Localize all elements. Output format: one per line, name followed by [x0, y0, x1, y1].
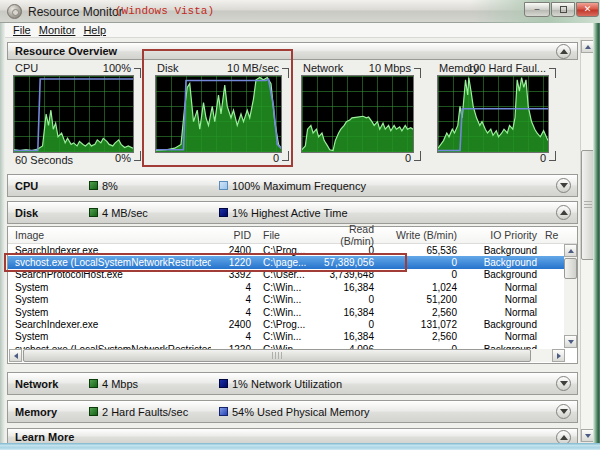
column-header-pid[interactable]: PID [211, 229, 251, 241]
network-graph-panel: Network10 Mbps 0 [301, 62, 423, 168]
expand-cpu-button[interactable] [556, 178, 571, 193]
window-vertical-scrollbar[interactable] [580, 40, 594, 442]
cell-write: 2,560 [374, 307, 457, 318]
network-usage-legend-icon [89, 379, 98, 388]
cell-io: Background [457, 245, 537, 256]
cell-write: 51,200 [374, 294, 457, 305]
maximize-icon [560, 6, 567, 13]
annotation-disk-graph-highlight [142, 49, 293, 167]
table-vertical-scrollbar[interactable] [564, 244, 577, 348]
network-graph [301, 75, 414, 153]
column-header-image[interactable]: Image [8, 229, 211, 241]
chevron-down-icon [560, 183, 568, 188]
cpu-graph-panel: CPU100% 60 Seconds0% [13, 62, 143, 168]
cell-io: Normal [457, 307, 537, 318]
disk-usage-stat: 4 MB/sec [102, 207, 148, 219]
memory-faults-stat: 2 Hard Faults/sec [102, 406, 188, 418]
column-header-write[interactable]: Write (B/min) [374, 229, 457, 241]
learn-more-title: Learn More [15, 431, 74, 443]
arrow-down-icon [585, 434, 591, 438]
maximize-button[interactable] [551, 2, 575, 17]
cell-io: Background [457, 269, 537, 280]
cell-read: 0 [318, 294, 374, 305]
cpu-section-header[interactable]: CPU 8% 100% Maximum Frequency [7, 174, 578, 197]
cell-pid: 4 [211, 294, 251, 305]
network-section-header[interactable]: Network 4 Mbps 1% Network Utilization [7, 372, 578, 395]
cell-image: System [8, 331, 211, 342]
menu-item-monitor[interactable]: Monitor [39, 24, 76, 36]
cpu-graph-zero-label: 0% [115, 152, 131, 164]
cell-io: Background [457, 257, 537, 268]
resource-monitor-icon [7, 4, 22, 19]
cell-pid: 2400 [211, 319, 251, 330]
arrow-down-icon [568, 340, 574, 344]
cell-file: C:\Win... [251, 331, 318, 342]
table-row[interactable]: System4C:\Win...16,3842,560Normal [8, 331, 564, 343]
column-header-read[interactable]: Read (B/min) [318, 223, 374, 247]
scroll-right-button[interactable] [552, 349, 565, 362]
cell-image: System [8, 294, 211, 305]
column-header-io-priority[interactable]: IO Priority [457, 229, 537, 241]
cell-read: 0 [318, 319, 374, 330]
collapse-disk-button[interactable] [556, 205, 571, 220]
chevron-down-icon [560, 381, 568, 386]
cell-read: 16,384 [318, 307, 374, 318]
cell-io: Normal [457, 294, 537, 305]
cell-read: 16,384 [318, 331, 374, 342]
close-button[interactable]: ✕ [576, 2, 599, 17]
arrow-left-icon [14, 353, 18, 359]
disk-active-stat: 1% Highest Active Time [232, 207, 348, 219]
minimize-icon: – [534, 4, 539, 14]
table-row[interactable]: SearchIndexer.exe2400C:\Prog...0131,072B… [8, 318, 564, 330]
expand-memory-button[interactable] [556, 404, 571, 419]
thumb-grip [584, 201, 592, 209]
memory-section-header[interactable]: Memory 2 Hard Faults/sec 54% Used Physic… [7, 400, 578, 423]
collapse-overview-button[interactable] [556, 44, 571, 59]
resource-overview-title: Resource Overview [15, 45, 117, 57]
cell-io: Normal [457, 282, 537, 293]
network-graph-max-label: 10 Mbps [369, 62, 411, 74]
window-right-border [593, 23, 600, 443]
minimize-button[interactable]: – [524, 2, 550, 17]
cell-pid: 4 [211, 307, 251, 318]
table-horizontal-scrollbar[interactable] [9, 349, 565, 362]
scroll-down-button[interactable] [564, 335, 577, 348]
cpu-graph-max-label: 100% [103, 62, 131, 74]
title-bar[interactable]: Resource Monitor (Windows Vista) – ✕ [0, 0, 600, 23]
scrollbar-thumb[interactable] [23, 349, 531, 362]
scale-bracket [414, 151, 421, 161]
table-row[interactable]: System4C:\Win...16,3841,024Normal [8, 281, 564, 293]
scroll-left-button[interactable] [9, 349, 22, 362]
cell-write: 2,560 [374, 331, 457, 342]
cell-write: 1,024 [374, 282, 457, 293]
scale-bracket [134, 151, 141, 161]
cell-pid: 4 [211, 282, 251, 293]
cell-image: System [8, 282, 211, 293]
disk-section-header[interactable]: Disk 4 MB/sec 1% Highest Active Time [7, 201, 578, 224]
scale-bracket [134, 68, 141, 78]
cpu-graph [13, 75, 134, 153]
chevron-up-icon [560, 435, 568, 440]
menu-item-file[interactable]: File [13, 24, 31, 36]
table-row[interactable]: System4C:\Win...16,3842,560Normal [8, 306, 564, 318]
scrollbar-thumb[interactable] [564, 258, 577, 279]
network-usage-stat: 4 Mbps [102, 378, 138, 390]
time-axis-label: 60 Seconds [15, 154, 73, 166]
menu-item-help[interactable]: Help [83, 24, 106, 36]
scroll-up-button[interactable] [564, 244, 577, 257]
column-header-file[interactable]: File [251, 229, 318, 241]
cell-image: System [8, 307, 211, 318]
window-title: Resource Monitor [28, 5, 123, 19]
table-row[interactable]: System4C:\Win...051,200Normal [8, 294, 564, 306]
menu-bar: FileMonitorHelp [5, 23, 593, 38]
arrow-right-icon [557, 353, 561, 359]
window-bottom-border [0, 443, 600, 450]
expand-network-button[interactable] [556, 376, 571, 391]
cpu-usage-legend-icon [89, 181, 98, 190]
annotation-svchost-row-highlight [4, 253, 407, 272]
cell-pid: 4 [211, 331, 251, 342]
cell-file: C:\Win... [251, 282, 318, 293]
memory-section-title: Memory [15, 406, 89, 418]
column-header-response[interactable]: Re [537, 229, 564, 241]
scale-bracket [549, 151, 556, 161]
